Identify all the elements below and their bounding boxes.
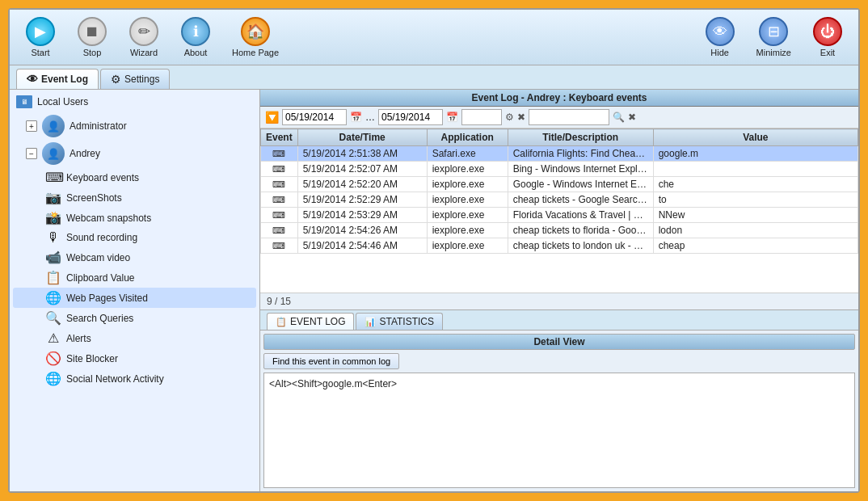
keyboard-icon-3: ⌨ (272, 195, 285, 204)
cell-application-3: iexplore.exe (427, 192, 508, 208)
child-label-1: ScreenShots (66, 192, 122, 204)
bottom-tab-statistics[interactable]: 📊 STATISTICS (356, 313, 443, 330)
hide-icon: 👁 (706, 17, 735, 46)
date-from-input[interactable] (282, 109, 347, 125)
col-event: Event (261, 129, 298, 146)
sidebar-item-web-pages-visited[interactable]: 🌐Web Pages Visited (13, 288, 256, 308)
cell-application-2: iexplore.exe (427, 177, 508, 192)
search-input[interactable] (529, 109, 609, 125)
sidebar-item-webcam-snapshots[interactable]: 📸Webcam snapshots (13, 208, 256, 228)
keyboard-icon-0: ⌨ (272, 149, 285, 158)
child-label-4: Webcam video (66, 252, 130, 263)
table-row[interactable]: ⌨ 5/19/2014 2:51:38 AM Safari.exe Califo… (261, 146, 858, 162)
sidebar-item-local-users[interactable]: 🖥 Local Users (13, 93, 256, 111)
keyboard-icon-6: ⌨ (272, 241, 285, 250)
sidebar-item-alerts[interactable]: ⚠Alerts (13, 328, 256, 348)
table-row[interactable]: ⌨ 5/19/2014 2:54:46 AM iexplore.exe chea… (261, 238, 858, 254)
andrey-label: Andrey (70, 148, 100, 159)
table-row[interactable]: ⌨ 5/19/2014 2:52:29 AM iexplore.exe chea… (261, 192, 858, 208)
cell-value-4: NNew (653, 208, 857, 223)
exit-button[interactable]: ⏻ Exit (803, 13, 852, 61)
table-row[interactable]: ⌨ 5/19/2014 2:54:26 AM iexplore.exe chea… (261, 223, 858, 238)
search-icon[interactable]: 🔍 (613, 112, 625, 123)
child-label-6: Web Pages Visited (66, 293, 148, 304)
sidebar-item-sound-recording[interactable]: 🎙Sound recording (13, 228, 256, 247)
bottom-tab-event-log[interactable]: 📋 EVENT LOG (267, 313, 354, 330)
tab-event-log[interactable]: 👁 Event Log (16, 69, 99, 89)
child-label-2: Webcam snapshots (66, 213, 151, 224)
homepage-label: Home Page (232, 48, 279, 57)
pagination-bar: 9 / 15 (260, 293, 858, 309)
cell-value-3: to (653, 192, 857, 208)
event-log-header: Event Log - Andrey : Keyboard events (260, 90, 858, 107)
exit-label: Exit (820, 48, 835, 57)
tab-settings[interactable]: ⚙ Settings (100, 69, 170, 89)
start-button[interactable]: ▶ Start (16, 13, 65, 61)
sidebar-item-andrey[interactable]: − 👤 Andrey (13, 140, 256, 167)
find-event-button[interactable]: Find this event in common log (263, 353, 399, 369)
sidebar-item-administrator[interactable]: + 👤 Administrator (13, 112, 256, 140)
settings-tab-icon: ⚙ (111, 73, 121, 86)
app-filter-icon[interactable]: ⚙ (505, 112, 514, 123)
keyboard-icon-1: ⌨ (272, 164, 285, 174)
filter-icon: 🔽 (265, 111, 279, 124)
hide-label: Hide (710, 48, 729, 57)
about-icon: ℹ (181, 17, 210, 46)
col-application: Application (427, 129, 508, 146)
bottom-tab-event-log-icon: 📋 (276, 317, 287, 327)
toolbar: ▶ Start ⏹ Stop ✏ Wizard ℹ About 🏠 Home P… (10, 10, 858, 65)
cell-title-0: California Flights: Find Cheap Fligh (508, 146, 653, 162)
table-row[interactable]: ⌨ 5/19/2014 2:52:20 AM iexplore.exe Goog… (261, 177, 858, 192)
minimize-icon: ⊟ (759, 17, 788, 46)
cell-event-4: ⌨ (261, 208, 298, 223)
sidebar-item-clipboard-value[interactable]: 📋Clipboard Value (13, 267, 256, 288)
main-tabs: 👁 Event Log ⚙ Settings (10, 65, 858, 90)
cell-datetime-4: 5/19/2014 2:53:29 AM (297, 208, 427, 223)
event-table-body: ⌨ 5/19/2014 2:51:38 AM Safari.exe Califo… (261, 146, 858, 254)
sidebar-item-social-network-activity[interactable]: 🌐Social Network Activity (13, 368, 256, 389)
cell-title-5: cheap tickets to florida - Google Se (508, 223, 653, 238)
calendar-to-icon[interactable]: 📅 (446, 112, 458, 123)
calendar-from-icon[interactable]: 📅 (350, 112, 362, 123)
app-clear-icon[interactable]: ✖ (517, 112, 525, 123)
date-to-input[interactable] (378, 109, 443, 125)
homepage-button[interactable]: 🏠 Home Page (223, 13, 288, 61)
sidebar-item-webcam-video[interactable]: 📹Webcam video (13, 247, 256, 267)
wizard-label: Wizard (130, 48, 158, 57)
cell-event-3: ⌨ (261, 192, 298, 208)
table-row[interactable]: ⌨ 5/19/2014 2:53:29 AM iexplore.exe Flor… (261, 208, 858, 223)
child-label-0: Keyboard events (66, 172, 139, 183)
cell-application-6: iexplore.exe (427, 238, 508, 254)
wizard-button[interactable]: ✏ Wizard (120, 13, 168, 61)
event-table: Event Date/Time Application Title/Descri… (260, 128, 858, 254)
bottom-tab-statistics-label: STATISTICS (379, 316, 434, 327)
administrator-label: Administrator (70, 120, 127, 132)
stop-button[interactable]: ⏹ Stop (68, 13, 116, 61)
child-icon-4: 📹 (45, 250, 61, 265)
event-log-title: Event Log - Andrey : Keyboard events (472, 92, 647, 103)
child-icon-9: 🚫 (45, 351, 61, 366)
monitor-icon: 🖥 (16, 95, 32, 108)
search-clear-icon[interactable]: ✖ (628, 112, 636, 123)
sidebar-item-site-blocker[interactable]: 🚫Site Blocker (13, 348, 256, 368)
child-label-3: Sound recording (66, 232, 137, 243)
sidebar-item-keyboard-events[interactable]: ⌨Keyboard events (13, 167, 256, 187)
sidebar-item-search-queries[interactable]: 🔍Search Queries (13, 308, 256, 328)
cell-datetime-0: 5/19/2014 2:51:38 AM (297, 146, 427, 162)
child-icon-5: 📋 (45, 270, 61, 285)
about-button[interactable]: ℹ About (171, 13, 220, 61)
sidebar-item-screenshots[interactable]: 📷ScreenShots (13, 187, 256, 208)
sidebar-children: ⌨Keyboard events📷ScreenShots📸Webcam snap… (13, 167, 256, 389)
table-row[interactable]: ⌨ 5/19/2014 2:52:07 AM iexplore.exe Bing… (261, 162, 858, 177)
expand-andrey[interactable]: − (26, 148, 37, 159)
andrey-avatar: 👤 (42, 142, 65, 165)
hide-button[interactable]: 👁 Hide (696, 13, 744, 61)
event-table-container[interactable]: Event Date/Time Application Title/Descri… (260, 128, 858, 293)
child-icon-0: ⌨ (45, 170, 61, 185)
cell-datetime-1: 5/19/2014 2:52:07 AM (297, 162, 427, 177)
keyboard-icon-2: ⌨ (272, 179, 285, 189)
col-value: Value (653, 129, 857, 146)
expand-administrator[interactable]: + (26, 120, 37, 132)
cell-application-0: Safari.exe (427, 146, 508, 162)
minimize-button[interactable]: ⊟ Minimize (748, 13, 800, 61)
